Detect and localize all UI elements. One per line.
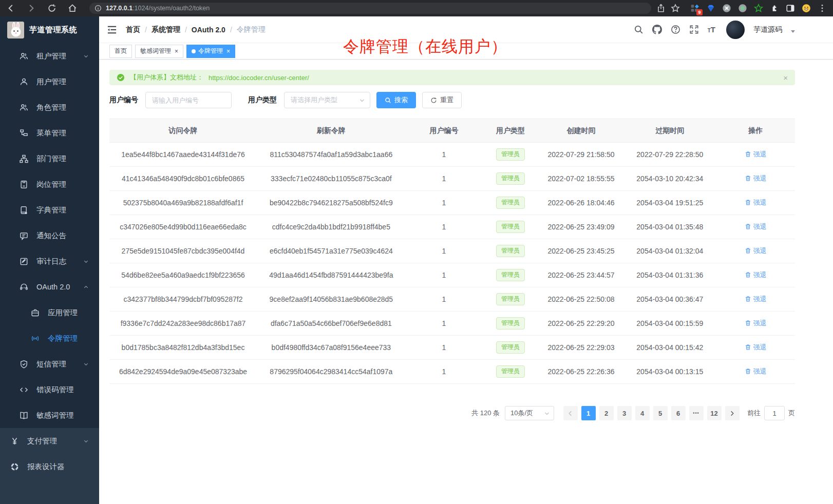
breadcrumb-home[interactable]: 首页 [126,25,140,34]
badge-icon [20,180,28,189]
fullscreen-icon[interactable] [689,25,699,34]
force-logout-button[interactable]: 强退 [745,174,767,183]
page-button-4[interactable]: 4 [635,406,650,420]
browser-back-icon[interactable] [6,4,15,13]
prev-page-button[interactable] [563,406,578,420]
page-button-6[interactable]: 6 [671,406,686,420]
user-type-cell: 管理员 [482,215,538,239]
extension-squares-icon[interactable]: 9 [690,4,699,13]
font-size-icon[interactable]: TT [708,26,715,33]
sidebar-item-sensitive-word[interactable]: 敏感词管理 [0,402,99,428]
force-logout-button[interactable]: 强退 [745,222,767,231]
access-token-cell: 1ea5e44f8bc1467aaede43144f31de76 [109,143,257,167]
access-token-cell: c342377bf8b344799dcbf7bf095287f2 [109,287,257,312]
extension-command-icon[interactable] [722,4,731,13]
browser-menu-icon[interactable] [818,4,827,13]
breadcrumb-current: 令牌管理 [237,25,266,34]
profile-avatar-icon[interactable] [802,4,811,13]
page-button-1[interactable]: 1 [581,406,596,420]
alert-doc-link[interactable]: https://doc.iocoder.cn/user-center/ [209,74,309,82]
address-bar[interactable]: 127.0.0.1:1024/system/oauth2/token [89,3,651,14]
extension-puzzle-icon[interactable] [770,4,779,13]
user-type-select[interactable]: 请选择用户类型 [284,92,370,108]
page-button-12[interactable]: 12 [707,406,722,420]
close-icon[interactable]: × [783,74,788,82]
tab-home[interactable]: 首页 [109,45,132,58]
force-logout-button[interactable]: 强退 [745,198,767,207]
tab-token[interactable]: 令牌管理× [186,45,235,58]
user-type-badge: 管理员 [496,317,525,329]
sidebar-item-menu[interactable]: 菜单管理 [0,120,99,146]
sidebar-item-report-designer[interactable]: 报表设计器 [0,454,99,479]
search-button[interactable]: 搜索 [376,92,416,108]
more-pages-button[interactable]: ••• [689,406,704,420]
close-icon[interactable]: × [226,48,230,54]
expires-at-cell: 2054-03-04 00:15:59 [623,312,716,336]
page-size-select[interactable]: 10条/页 [505,406,554,420]
sidebar-item-role[interactable]: 角色管理 [0,94,99,120]
user-type-cell: 管理员 [482,191,538,215]
hamburger-icon[interactable] [107,25,117,35]
force-logout-button[interactable]: 强退 [745,246,767,256]
sidebar-item-user[interactable]: 用户管理 [0,69,99,94]
user-type-cell: 管理员 [482,312,538,336]
extension-gem-icon[interactable] [706,4,715,13]
force-logout-button[interactable]: 强退 [745,319,767,328]
side-panel-icon[interactable] [786,4,795,13]
sidebar-item-oauth2[interactable]: OAuth 2.0 [0,274,99,300]
sidebar-item-pay[interactable]: 支付管理 [0,428,99,454]
browser-reload-icon[interactable] [47,4,56,13]
expires-at-cell: 2054-03-04 01:35:48 [623,215,716,239]
user-id-input[interactable] [145,92,232,108]
sidebar-item-post[interactable]: 岗位管理 [0,171,99,197]
extension-star-icon[interactable] [754,4,763,13]
avatar[interactable] [726,21,745,39]
expires-at-cell: 2054-03-04 01:32:04 [623,239,716,263]
table-row: b0d1785bc3a8482f812db4a3f3bd15ec b0df498… [109,336,795,360]
refresh-token-cell: b0df4980ffd34c67a08f9156e4eee733 [257,336,406,360]
sidebar-item-errorcode[interactable]: 错误码管理 [0,377,99,402]
sidebar-item-dict[interactable]: 字典管理 [0,197,99,223]
page-button-3[interactable]: 3 [617,406,632,420]
trash-icon [745,223,751,230]
force-logout-button[interactable]: 强退 [745,295,767,304]
force-logout-button[interactable]: 强退 [745,270,767,280]
github-icon[interactable] [652,25,662,34]
sidebar-item-tenant[interactable]: 租户管理 [0,43,99,69]
caret-down-icon[interactable] [791,30,795,33]
sidebar-item-notice[interactable]: 通知公告 [0,223,99,248]
extension-record-icon[interactable] [738,4,747,13]
page-button-5[interactable]: 5 [653,406,668,420]
refresh-token-cell: dfa6c71a50a54c66bef706ef9e6e8d81 [257,312,406,336]
access-token-cell: c347026e805e4d99b0d116eae66eda8c [109,215,257,239]
tab-sensitive-word[interactable]: 敏感词管理× [135,45,183,58]
close-icon[interactable]: × [175,48,178,54]
user-name[interactable]: 芋道源码 [753,25,782,34]
page-button-2[interactable]: 2 [599,406,614,420]
bookmark-star-icon[interactable] [671,4,680,13]
sidebar-item-sms[interactable]: 短信管理 [0,351,99,377]
sidebar-item-audit-log[interactable]: 审计日志 [0,248,99,274]
goto-page-input[interactable] [764,406,785,420]
app-logo[interactable]: 芋道管理系统 [0,16,99,43]
force-logout-button[interactable]: 强退 [745,367,767,376]
browser-forward-icon[interactable] [27,4,36,13]
help-icon[interactable] [671,25,680,34]
search-icon[interactable] [634,25,643,34]
force-logout-button[interactable]: 强退 [745,150,767,159]
share-icon[interactable] [656,4,666,13]
sidebar-item-oauth2-app[interactable]: 应用管理 [0,300,99,325]
user-type-badge: 管理员 [496,365,525,378]
reset-button[interactable]: 重置 [422,92,462,108]
sidebar-item-oauth2-token[interactable]: 令牌管理 [0,325,99,351]
next-page-button[interactable] [725,406,740,420]
created-at-cell: 2022-06-25 23:49:09 [539,215,624,239]
users-icon [20,52,28,61]
sidebar-item-dept[interactable]: 部门管理 [0,146,99,171]
page-info-icon[interactable] [94,5,102,12]
trash-icon [745,199,751,206]
roles-icon [20,103,28,112]
refresh-token-cell: 811c530487574fa0af1a59d3abc1aa66 [257,143,406,167]
browser-home-icon[interactable] [68,4,77,13]
force-logout-button[interactable]: 强退 [745,343,767,352]
